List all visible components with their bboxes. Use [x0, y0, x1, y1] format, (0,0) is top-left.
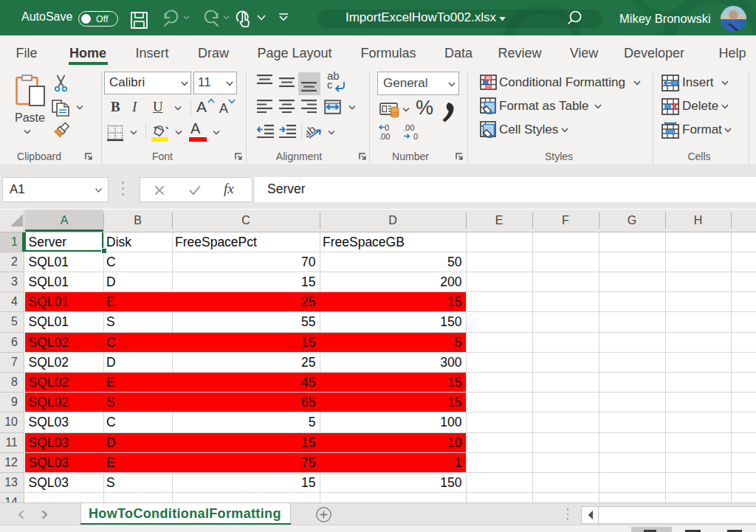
svg-text:0: 0: [385, 123, 389, 132]
svg-text:.00: .00: [379, 132, 390, 141]
svg-text:.00: .00: [403, 123, 414, 132]
svg-text:0: 0: [413, 132, 418, 141]
svg-text:ab: ab: [306, 124, 318, 139]
